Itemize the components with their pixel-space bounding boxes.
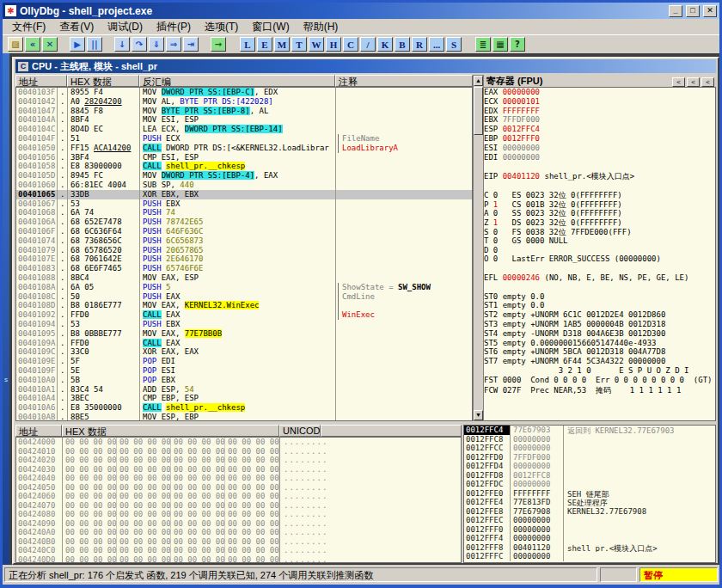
registers-header[interactable]: 寄存器 (FPU) <<< — [484, 75, 716, 87]
minimize-button[interactable]: _ — [669, 5, 682, 17]
dump-row[interactable]: 004240D000 00 00 0000 00 00 0000 00 00 0… — [16, 555, 461, 564]
disasm-row[interactable]: 0040105D.8945 FCMOV DWORD PTR SS:[EBP-4]… — [16, 171, 472, 181]
dump-header-address[interactable]: 地址 — [15, 425, 62, 437]
restart-button[interactable]: « — [25, 37, 40, 52]
menu-item[interactable]: 调试(D) — [101, 19, 149, 35]
disasm-header-hex[interactable]: HEX 数据 — [67, 75, 139, 87]
register-line[interactable]: C 0 ES 0023 32位 0(FFFFFFFF) — [484, 190, 715, 199]
disasm-row[interactable]: 00401074.68 7368656CPUSH 6C656873 — [16, 236, 472, 246]
window-shortcut-dots-button[interactable]: ... — [429, 37, 444, 52]
dump-header-hex[interactable]: HEX 数据 — [62, 425, 279, 437]
register-line[interactable]: EBP 0012FFF0 — [484, 134, 715, 144]
disasm-row[interactable]: 0040109E.5FPOP EDI — [16, 357, 472, 366]
disasm-row[interactable]: 00401056.3BF4CMP ESI, ESP — [16, 153, 472, 162]
register-line[interactable]: EFL 00000246 (NO, NB, E, BE, NS, PE, GE,… — [484, 273, 715, 283]
disasm-row[interactable]: 0040108D.B8 0186E777MOV EAX, KERNEL32.Wi… — [16, 301, 472, 310]
disasm-row[interactable]: 0040109C.33C0XOR EAX, EAX — [16, 347, 472, 357]
scroll-up-icon[interactable]: ▲ — [474, 76, 483, 86]
stack-row[interactable]: 0012FFEC00000000 — [464, 516, 715, 525]
stack-row[interactable]: 0012FFCC00000000 — [464, 444, 715, 453]
window-titlebar[interactable]: ✱ OllyDbg - shell_project.exe _ □ ✕ — [3, 3, 719, 19]
close-button[interactable]: ✕ — [703, 5, 717, 17]
disasm-row[interactable]: 00401088.8BC4MOV EAX, ESP — [16, 273, 472, 283]
dump-row[interactable]: 0042406000 00 00 0000 00 00 0000 00 00 0… — [16, 492, 461, 501]
register-line[interactable]: ST4 empty -UNORM D318 004A6E3B 0012D300 — [484, 329, 715, 339]
window-shortcut-S-button[interactable]: S — [446, 37, 462, 52]
disasm-row[interactable]: 0040104C.8D4D ECLEA ECX, DWORD PTR SS:[E… — [16, 125, 472, 134]
register-line[interactable]: ST0 empty 0.0 — [484, 292, 715, 302]
pause-button[interactable]: || — [87, 37, 102, 52]
dump-row[interactable]: 0042402000 00 00 0000 00 00 0000 00 00 0… — [16, 456, 461, 465]
appearance-button[interactable]: ▦ — [493, 37, 508, 52]
animate-into-button[interactable]: ⇓ — [149, 37, 164, 52]
disasm-row[interactable]: 00401047.8845 F8MOV BYTE PTR SS:[EBP-8],… — [16, 107, 472, 116]
window-shortcut-K-button[interactable]: K — [377, 37, 393, 52]
register-line[interactable]: ST3 empty +UNORM 1AB5 0000004B 0012D318 — [484, 320, 715, 329]
window-shortcut-E-button[interactable]: E — [257, 37, 272, 52]
register-line[interactable]: P 1 CS 001B 32位 0(FFFFFFFF) — [484, 199, 715, 209]
registers-collapse-icon[interactable]: < — [701, 77, 714, 87]
stack-row[interactable]: 0012FFFC00000000 — [464, 552, 715, 561]
open-file-button[interactable]: ▨ — [8, 37, 23, 52]
registers-collapse-icon[interactable]: < — [672, 77, 685, 87]
dump-row[interactable]: 0042401000 00 00 0000 00 00 0000 00 00 0… — [16, 447, 461, 456]
dump-row[interactable]: 0042405000 00 00 0000 00 00 0000 00 00 0… — [16, 483, 461, 493]
disasm-row[interactable]: 0040108C.50PUSH EAXCmdLine — [16, 292, 472, 302]
close-program-button[interactable]: ✕ — [42, 37, 58, 52]
stack-row[interactable]: 0012FFF800401120shell_pr.<模块入口点> — [464, 543, 715, 553]
go-to-button[interactable]: → — [211, 37, 226, 52]
dump-row[interactable]: 0042404000 00 00 0000 00 00 0000 00 00 0… — [16, 474, 461, 483]
window-shortcut-H-button[interactable]: H — [326, 37, 341, 52]
disasm-row[interactable]: 0040107E.68 7061642EPUSH 2E646170 — [16, 254, 472, 264]
window-shortcut-slash-button[interactable]: / — [360, 37, 376, 52]
animate-over-button[interactable]: ⇒ — [166, 37, 181, 52]
register-line[interactable]: EDI 00000000 — [484, 153, 715, 162]
stack-row[interactable]: 0012FFD400000000 — [464, 462, 715, 471]
disasm-row[interactable]: 0040106A.68 652E7478PUSH 78742E65 — [16, 217, 472, 227]
dump-row[interactable]: 0042400000 00 00 0000 00 00 0000 00 00 0… — [16, 438, 461, 447]
step-into-button[interactable]: ↓ — [114, 37, 130, 52]
disasm-row[interactable]: 0040104F.51PUSH ECXFileName — [16, 134, 472, 144]
register-line[interactable] — [484, 181, 715, 190]
stack-row[interactable]: 0012FFC477E67903返回到 KERNEL32.77E67903 — [464, 426, 715, 435]
disasm-row[interactable]: 004010A4.3BECCMP EBP, ESP — [16, 394, 472, 403]
stack-row[interactable]: 0012FFD07FFDF000 — [464, 453, 715, 462]
register-line[interactable]: 3 2 1 0 E S P U O Z D I — [484, 366, 715, 376]
register-line[interactable]: EAX 00000000 — [484, 88, 715, 97]
disasm-row[interactable]: 00401042.A0 28204200MOV AL, BYTE PTR DS:… — [16, 97, 472, 107]
disasm-row[interactable]: 00401094.53PUSH EBX — [16, 320, 472, 329]
disasm-row[interactable]: 00401067.53PUSH EBX — [16, 199, 472, 209]
window-shortcut-B-button[interactable]: B — [395, 37, 410, 52]
register-line[interactable]: ST5 empty 0.0000000156605147440e-4933 — [484, 339, 715, 348]
register-line[interactable]: A 0 SS 0023 32位 0(FFFFFFFF) — [484, 208, 715, 217]
disasm-row[interactable]: 004010A0.5BPOP EBX — [16, 376, 472, 385]
register-line[interactable]: ESP 0012FFC4 — [484, 125, 715, 134]
stack-row[interactable]: 0012FFC800000000 — [464, 435, 715, 444]
dump-row[interactable]: 0042408000 00 00 0000 00 00 0000 00 00 0… — [16, 510, 461, 519]
disasm-header-disassembly[interactable]: 反汇编 — [139, 75, 335, 87]
window-shortcut-C-button[interactable]: C — [343, 37, 358, 52]
options-button[interactable]: ≣ — [475, 37, 491, 52]
run-button[interactable]: ▶ — [70, 37, 85, 52]
dump-row[interactable]: 004240C000 00 00 0000 00 00 0000 00 00 0… — [16, 546, 461, 555]
dump-row[interactable]: 004240A000 00 00 0000 00 00 0000 00 00 0… — [16, 528, 461, 537]
disasm-row[interactable]: 0040106F.68 6C636F64PUSH 646F636C — [16, 227, 472, 236]
disasm-header-comment[interactable]: 注释 — [335, 75, 473, 87]
disasm-row[interactable]: 0040109A.FFD0CALL EAX — [16, 339, 472, 348]
disasm-row[interactable]: 00401068.6A 74PUSH 74 — [16, 208, 472, 217]
register-line[interactable]: D 0 — [484, 246, 715, 255]
disasm-row[interactable]: 00401079.68 65786520PUSH 20657865 — [16, 246, 472, 255]
maximize-button[interactable]: □ — [686, 5, 700, 17]
window-shortcut-M-button[interactable]: M — [274, 37, 290, 52]
disasm-row[interactable]: 0040109F.5EPOP ESI — [16, 366, 472, 376]
scrollbar-thumb[interactable] — [474, 87, 483, 135]
cpu-window-titlebar[interactable]: C CPU - 主线程, 模块 - shell_pr — [15, 59, 716, 73]
register-line[interactable]: O 0 LastErr ERROR_SUCCESS (00000000) — [484, 254, 715, 264]
window-shortcut-L-button[interactable]: L — [240, 37, 255, 52]
dump-row[interactable]: 0042409000 00 00 0000 00 00 0000 00 00 0… — [16, 519, 461, 529]
disasm-row[interactable]: 004010A1.83C4 54ADD ESP, 54 — [16, 385, 472, 395]
stack-row[interactable]: 0012FFE0FFFFFFFFSEH 链尾部 — [464, 489, 715, 499]
menu-item[interactable]: 帮助(H) — [297, 19, 345, 35]
window-shortcut-R-button[interactable]: R — [412, 37, 427, 52]
register-line[interactable]: ESI 00000000 — [484, 144, 715, 153]
